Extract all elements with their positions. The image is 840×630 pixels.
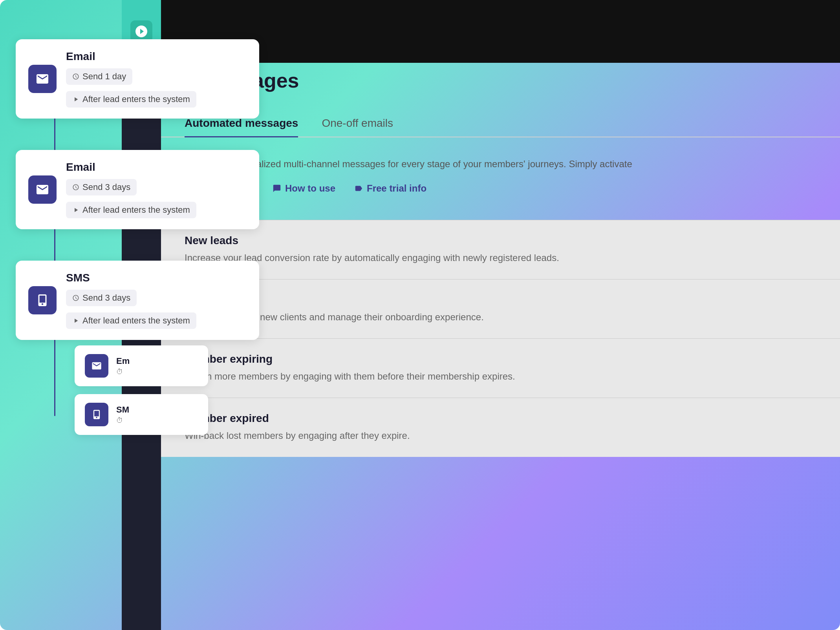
category-member-expired[interactable]: Member expired Win-back lost members by … — [161, 398, 840, 457]
flow-card-2-content: Email Send 3 days After lead enters the … — [66, 161, 247, 218]
free-trial-link[interactable]: Free trial info — [354, 183, 426, 194]
flow-tag-trigger-1: After lead enters the system — [66, 91, 196, 108]
info-section: Automate personalized multi-channel mess… — [161, 141, 840, 225]
tab-oneoff-emails[interactable]: One-off emails — [322, 110, 393, 137]
flow-tag-trigger-3: After lead enters the system — [66, 312, 196, 329]
flow-card-2-tags: Send 3 days After lead enters the system — [66, 179, 247, 218]
top-bar — [161, 0, 840, 63]
mini-sms-icon — [85, 403, 108, 426]
flow-tag-send-1day: Send 1 day — [66, 68, 132, 85]
info-links: Product tour How to use Free trial info — [185, 183, 816, 194]
flow-card-email-1[interactable]: Email Send 1 day After lead enters the s… — [16, 39, 259, 119]
mini-cards-container: Em ⏱ SM ⏱ — [75, 345, 208, 435]
sms-icon — [28, 286, 57, 314]
info-description: Automate personalized multi-channel mess… — [185, 157, 816, 171]
mini-card-sms[interactable]: SM ⏱ — [75, 394, 208, 435]
flow-tag-send-3days-sms: Send 3 days — [66, 290, 137, 306]
category-member-expiring[interactable]: Member expiring Retain more members by e… — [161, 338, 840, 398]
flow-card-1-tags: Send 1 day After lead enters the system — [66, 68, 247, 108]
category-list: New leads Increase your lead conversion … — [161, 220, 840, 457]
how-to-use-link[interactable]: How to use — [273, 183, 335, 194]
flow-card-3-content: SMS Send 3 days After lead enters the sy… — [66, 272, 247, 329]
category-new-leads[interactable]: New leads Increase your lead conversion … — [161, 220, 840, 279]
flow-card-sms[interactable]: SMS Send 3 days After lead enters the sy… — [16, 261, 259, 340]
mini-card-email[interactable]: Em ⏱ — [75, 345, 208, 386]
category-new-clients[interactable]: New clients Engage with your new clients… — [161, 279, 840, 338]
mini-card-sms-content: SM ⏱ — [116, 405, 129, 425]
mini-email-icon — [85, 354, 108, 378]
flow-card-3-tags: Send 3 days After lead enters the system — [66, 290, 247, 329]
flow-card-1-content: Email Send 1 day After lead enters the s… — [66, 50, 247, 108]
tabs-bar: Automated messages One-off emails — [161, 110, 840, 137]
mini-card-email-content: Em ⏱ — [116, 356, 130, 376]
flow-container: Email Send 1 day After lead enters the s… — [16, 39, 259, 352]
flow-tag-trigger-2: After lead enters the system — [66, 202, 196, 218]
email-icon-2 — [28, 175, 57, 204]
flow-tag-send-3days-email: Send 3 days — [66, 179, 137, 195]
flow-card-email-2[interactable]: Email Send 3 days After lead enters the … — [16, 150, 259, 229]
email-icon-1 — [28, 65, 57, 93]
